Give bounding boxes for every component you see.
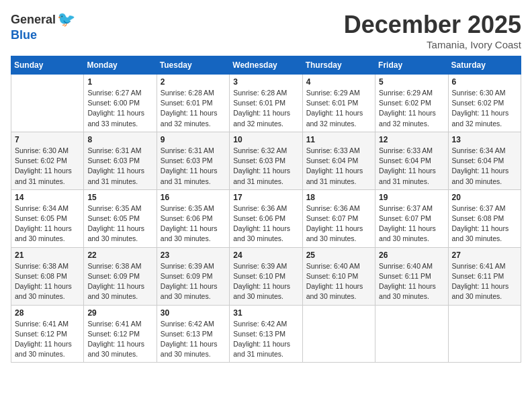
day-info: Sunrise: 6:28 AM Sunset: 6:01 PM Dayligh… bbox=[233, 88, 298, 129]
calendar-cell: 23Sunrise: 6:39 AM Sunset: 6:09 PM Dayli… bbox=[157, 247, 229, 305]
calendar-week-row: 21Sunrise: 6:38 AM Sunset: 6:08 PM Dayli… bbox=[11, 247, 521, 305]
logo-blue: Blue bbox=[11, 28, 37, 42]
calendar-cell: 19Sunrise: 6:37 AM Sunset: 6:07 PM Dayli… bbox=[375, 189, 448, 247]
day-number: 9 bbox=[161, 135, 226, 144]
day-number: 10 bbox=[233, 135, 298, 144]
month-title: December 2025 bbox=[344, 11, 521, 39]
day-number: 21 bbox=[15, 250, 80, 260]
calendar-cell: 7Sunrise: 6:30 AM Sunset: 6:02 PM Daylig… bbox=[11, 132, 84, 189]
calendar-cell: 1Sunrise: 6:27 AM Sunset: 6:00 PM Daylig… bbox=[84, 75, 157, 132]
calendar-cell: 30Sunrise: 6:42 AM Sunset: 6:13 PM Dayli… bbox=[157, 305, 229, 363]
calendar-header-row: SundayMondayTuesdayWednesdayThursdayFrid… bbox=[11, 56, 521, 75]
calendar-cell: 13Sunrise: 6:34 AM Sunset: 6:04 PM Dayli… bbox=[448, 132, 521, 189]
day-number: 27 bbox=[452, 250, 517, 260]
calendar-body: 1Sunrise: 6:27 AM Sunset: 6:00 PM Daylig… bbox=[11, 75, 521, 363]
day-info: Sunrise: 6:27 AM Sunset: 6:00 PM Dayligh… bbox=[87, 88, 152, 129]
logo: General 🐦 Blue bbox=[11, 11, 75, 42]
weekday-header-thursday: Thursday bbox=[302, 56, 375, 75]
day-info: Sunrise: 6:30 AM Sunset: 6:02 PM Dayligh… bbox=[452, 88, 517, 129]
day-info: Sunrise: 6:34 AM Sunset: 6:04 PM Dayligh… bbox=[452, 146, 517, 187]
calendar-cell: 14Sunrise: 6:34 AM Sunset: 6:05 PM Dayli… bbox=[11, 189, 84, 247]
day-number: 29 bbox=[87, 308, 152, 318]
calendar-cell: 5Sunrise: 6:29 AM Sunset: 6:02 PM Daylig… bbox=[375, 75, 448, 132]
day-number: 2 bbox=[161, 77, 226, 87]
day-info: Sunrise: 6:36 AM Sunset: 6:07 PM Dayligh… bbox=[306, 203, 371, 244]
day-info: Sunrise: 6:29 AM Sunset: 6:02 PM Dayligh… bbox=[379, 88, 444, 129]
calendar-cell: 2Sunrise: 6:28 AM Sunset: 6:01 PM Daylig… bbox=[157, 75, 229, 132]
weekday-header-sunday: Sunday bbox=[11, 56, 84, 75]
weekday-header-wednesday: Wednesday bbox=[230, 56, 302, 75]
day-info: Sunrise: 6:33 AM Sunset: 6:04 PM Dayligh… bbox=[306, 146, 371, 187]
calendar-cell: 18Sunrise: 6:36 AM Sunset: 6:07 PM Dayli… bbox=[302, 189, 375, 247]
day-info: Sunrise: 6:34 AM Sunset: 6:05 PM Dayligh… bbox=[15, 203, 80, 244]
day-number: 5 bbox=[379, 77, 444, 87]
header: General 🐦 Blue December 2025 Tamania, Iv… bbox=[11, 11, 521, 50]
calendar-cell: 8Sunrise: 6:31 AM Sunset: 6:03 PM Daylig… bbox=[84, 132, 157, 189]
day-number: 3 bbox=[233, 77, 298, 87]
weekday-header-tuesday: Tuesday bbox=[157, 56, 229, 75]
day-info: Sunrise: 6:35 AM Sunset: 6:06 PM Dayligh… bbox=[161, 203, 226, 244]
day-info: Sunrise: 6:38 AM Sunset: 6:09 PM Dayligh… bbox=[87, 261, 152, 302]
day-info: Sunrise: 6:41 AM Sunset: 6:12 PM Dayligh… bbox=[87, 319, 152, 360]
logo-general: General bbox=[11, 13, 56, 27]
weekday-header-saturday: Saturday bbox=[448, 56, 521, 75]
calendar-cell: 15Sunrise: 6:35 AM Sunset: 6:05 PM Dayli… bbox=[84, 189, 157, 247]
day-info: Sunrise: 6:38 AM Sunset: 6:08 PM Dayligh… bbox=[15, 261, 80, 302]
weekday-header-monday: Monday bbox=[84, 56, 157, 75]
day-number: 1 bbox=[87, 77, 152, 87]
calendar-week-row: 1Sunrise: 6:27 AM Sunset: 6:00 PM Daylig… bbox=[11, 75, 521, 132]
day-number: 8 bbox=[87, 135, 152, 144]
day-number: 28 bbox=[15, 308, 80, 318]
calendar-cell: 6Sunrise: 6:30 AM Sunset: 6:02 PM Daylig… bbox=[448, 75, 521, 132]
calendar-cell: 3Sunrise: 6:28 AM Sunset: 6:01 PM Daylig… bbox=[230, 75, 302, 132]
day-number: 20 bbox=[452, 193, 517, 202]
calendar-cell: 31Sunrise: 6:42 AM Sunset: 6:13 PM Dayli… bbox=[230, 305, 302, 363]
day-number: 6 bbox=[452, 77, 517, 87]
day-number: 17 bbox=[233, 193, 298, 202]
calendar-cell: 10Sunrise: 6:32 AM Sunset: 6:03 PM Dayli… bbox=[230, 132, 302, 189]
day-number: 11 bbox=[306, 135, 371, 144]
day-number: 25 bbox=[306, 250, 371, 260]
calendar-cell bbox=[375, 305, 448, 363]
day-number: 15 bbox=[87, 193, 152, 202]
day-number: 4 bbox=[306, 77, 371, 87]
location-subtitle: Tamania, Ivory Coast bbox=[344, 39, 521, 50]
day-number: 26 bbox=[379, 250, 444, 260]
calendar-week-row: 7Sunrise: 6:30 AM Sunset: 6:02 PM Daylig… bbox=[11, 132, 521, 189]
calendar-week-row: 28Sunrise: 6:41 AM Sunset: 6:12 PM Dayli… bbox=[11, 305, 521, 363]
calendar-cell: 16Sunrise: 6:35 AM Sunset: 6:06 PM Dayli… bbox=[157, 189, 229, 247]
calendar-cell: 26Sunrise: 6:40 AM Sunset: 6:11 PM Dayli… bbox=[375, 247, 448, 305]
calendar-cell: 21Sunrise: 6:38 AM Sunset: 6:08 PM Dayli… bbox=[11, 247, 84, 305]
calendar-cell: 4Sunrise: 6:29 AM Sunset: 6:01 PM Daylig… bbox=[302, 75, 375, 132]
day-info: Sunrise: 6:42 AM Sunset: 6:13 PM Dayligh… bbox=[161, 319, 226, 360]
day-info: Sunrise: 6:39 AM Sunset: 6:09 PM Dayligh… bbox=[161, 261, 226, 302]
day-info: Sunrise: 6:30 AM Sunset: 6:02 PM Dayligh… bbox=[15, 146, 80, 187]
day-number: 14 bbox=[15, 193, 80, 202]
day-info: Sunrise: 6:37 AM Sunset: 6:07 PM Dayligh… bbox=[379, 203, 444, 244]
calendar-cell: 9Sunrise: 6:31 AM Sunset: 6:03 PM Daylig… bbox=[157, 132, 229, 189]
calendar-cell: 24Sunrise: 6:39 AM Sunset: 6:10 PM Dayli… bbox=[230, 247, 302, 305]
day-info: Sunrise: 6:28 AM Sunset: 6:01 PM Dayligh… bbox=[161, 88, 226, 129]
calendar-cell: 11Sunrise: 6:33 AM Sunset: 6:04 PM Dayli… bbox=[302, 132, 375, 189]
calendar-cell: 17Sunrise: 6:36 AM Sunset: 6:06 PM Dayli… bbox=[230, 189, 302, 247]
title-area: December 2025 Tamania, Ivory Coast bbox=[344, 11, 521, 50]
day-number: 31 bbox=[233, 308, 298, 318]
day-info: Sunrise: 6:32 AM Sunset: 6:03 PM Dayligh… bbox=[233, 146, 298, 187]
day-info: Sunrise: 6:37 AM Sunset: 6:08 PM Dayligh… bbox=[452, 203, 517, 244]
day-info: Sunrise: 6:40 AM Sunset: 6:10 PM Dayligh… bbox=[306, 261, 371, 302]
day-number: 7 bbox=[15, 135, 80, 144]
day-info: Sunrise: 6:31 AM Sunset: 6:03 PM Dayligh… bbox=[87, 146, 152, 187]
weekday-header-friday: Friday bbox=[375, 56, 448, 75]
calendar-cell bbox=[11, 75, 84, 132]
day-info: Sunrise: 6:33 AM Sunset: 6:04 PM Dayligh… bbox=[379, 146, 444, 187]
calendar-cell bbox=[448, 305, 521, 363]
calendar-week-row: 14Sunrise: 6:34 AM Sunset: 6:05 PM Dayli… bbox=[11, 189, 521, 247]
calendar-cell: 25Sunrise: 6:40 AM Sunset: 6:10 PM Dayli… bbox=[302, 247, 375, 305]
calendar: SundayMondayTuesdayWednesdayThursdayFrid… bbox=[11, 56, 521, 363]
day-info: Sunrise: 6:29 AM Sunset: 6:01 PM Dayligh… bbox=[306, 88, 371, 129]
day-info: Sunrise: 6:39 AM Sunset: 6:10 PM Dayligh… bbox=[233, 261, 298, 302]
day-number: 18 bbox=[306, 193, 371, 202]
day-number: 13 bbox=[452, 135, 517, 144]
logo-bird-icon: 🐦 bbox=[57, 11, 75, 28]
calendar-cell bbox=[302, 305, 375, 363]
